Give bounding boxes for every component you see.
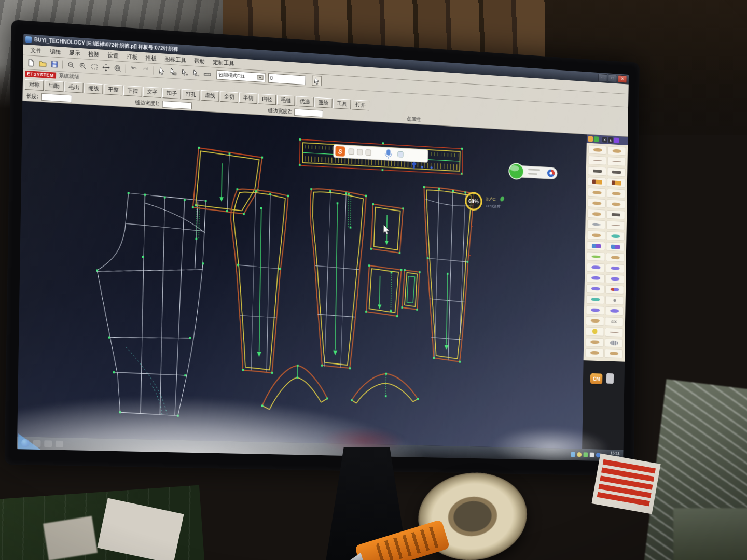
zoom-out-icon[interactable]: [66, 60, 76, 71]
smart-button[interactable]: 绷线: [84, 83, 103, 94]
select-cursor-icon[interactable]: [157, 65, 167, 76]
menu-item[interactable]: 图标工具: [160, 54, 190, 65]
palette-item[interactable]: [588, 199, 605, 208]
pattern-piece-front-leg-right[interactable]: [308, 188, 367, 370]
close-button[interactable]: ✕: [618, 75, 627, 83]
unit-badge[interactable]: CM: [590, 373, 603, 384]
palette-item[interactable]: [605, 349, 622, 358]
smart-button[interactable]: 扣子: [162, 88, 181, 99]
palette-item[interactable]: [606, 285, 624, 293]
palette-item[interactable]: [587, 263, 604, 271]
taskbar-app-button[interactable]: [44, 440, 52, 447]
menu-item[interactable]: 设置: [103, 50, 122, 60]
pick-tool-button[interactable]: [312, 76, 322, 87]
menu-item[interactable]: 显示: [65, 48, 84, 58]
point-add-icon[interactable]: [179, 67, 189, 78]
speed-ball-widget[interactable]: [509, 163, 557, 181]
pattern-piece-yoke[interactable]: [192, 147, 264, 216]
palette-item[interactable]: [586, 317, 604, 325]
palette-item[interactable]: [608, 146, 626, 155]
smart-button[interactable]: 重绘: [314, 97, 332, 108]
smart-button[interactable]: 下摆: [123, 86, 142, 97]
palette-item[interactable]: [605, 339, 623, 347]
pattern-piece-draft[interactable]: [94, 190, 207, 417]
save-icon[interactable]: [49, 59, 60, 69]
palette-item[interactable]: [587, 285, 604, 293]
smart-button[interactable]: 优选: [296, 96, 314, 107]
pan-icon[interactable]: [101, 62, 111, 73]
open-folder-icon[interactable]: [37, 58, 48, 68]
panel-purple-icon[interactable]: [614, 137, 619, 143]
menu-item[interactable]: 检测: [84, 49, 103, 59]
palette-item[interactable]: [587, 253, 605, 261]
palette-item[interactable]: [606, 264, 624, 272]
palette-item[interactable]: [607, 232, 625, 241]
menu-item[interactable]: 打板: [122, 52, 142, 62]
new-file-icon[interactable]: [25, 57, 36, 68]
palette-item[interactable]: [588, 156, 606, 165]
note-gadget-icon[interactable]: [606, 373, 614, 384]
palette-item[interactable]: [606, 296, 624, 304]
marquee-icon[interactable]: [89, 61, 100, 72]
menu-item[interactable]: 文件: [26, 46, 46, 55]
undo-icon[interactable]: [129, 64, 139, 75]
palette-item[interactable]: [588, 177, 606, 186]
palette-item[interactable]: [608, 157, 626, 166]
zoom-in-icon[interactable]: [77, 60, 88, 71]
seam2-input[interactable]: [295, 108, 324, 117]
minimize-button[interactable]: —: [598, 74, 607, 82]
palette-item[interactable]: [607, 189, 625, 198]
smart-button[interactable]: 辅助: [45, 80, 64, 92]
palette-item[interactable]: [586, 327, 604, 335]
palette-item[interactable]: [606, 253, 624, 261]
pattern-piece-back-leg[interactable]: [421, 186, 475, 363]
smart-button[interactable]: 文字: [143, 87, 162, 98]
palette-item[interactable]: [588, 209, 605, 218]
smart-button[interactable]: 虚线: [201, 90, 219, 102]
pattern-canvas[interactable]: S: [17, 101, 587, 449]
tray-optimizer-icon[interactable]: [577, 452, 582, 457]
menu-item[interactable]: 帮助: [190, 56, 209, 66]
palette-item[interactable]: [586, 306, 604, 314]
length-input[interactable]: [42, 93, 72, 102]
panel-grid-icon[interactable]: [594, 136, 599, 142]
cpu-temp-overlay[interactable]: 68% 33°C CPU温度: [466, 192, 505, 211]
palette-item[interactable]: [605, 306, 623, 315]
maximize-button[interactable]: □: [608, 74, 617, 82]
palette-item[interactable]: [587, 295, 604, 303]
smart-button[interactable]: 毛缝: [277, 95, 295, 106]
palette-item[interactable]: [586, 338, 603, 346]
offset-input[interactable]: 0: [268, 73, 306, 85]
palette-item[interactable]: [587, 242, 605, 250]
panel-close-icon[interactable]: ✕: [602, 137, 607, 143]
palette-item[interactable]: [607, 178, 625, 187]
point-edit-icon[interactable]: [168, 66, 178, 77]
pattern-piece-belt-loop[interactable]: [401, 269, 420, 311]
palette-item[interactable]: [606, 275, 624, 283]
palette-item[interactable]: [587, 274, 604, 282]
palette-item[interactable]: [607, 221, 625, 230]
palette-item[interactable]: [586, 349, 603, 357]
panel-cursor-icon[interactable]: ▲: [608, 137, 613, 143]
palette-item[interactable]: [589, 145, 606, 154]
smart-button[interactable]: 打孔: [182, 89, 200, 101]
taskbar-app-button[interactable]: [56, 440, 63, 447]
palette-item[interactable]: [607, 168, 625, 177]
point-move-icon[interactable]: [191, 68, 201, 79]
smart-button[interactable]: 半切: [239, 93, 257, 104]
palette-item[interactable]: [606, 243, 624, 251]
mode-dropdown[interactable]: 智能模式F11 ▼: [216, 69, 265, 82]
palette-item[interactable]: [588, 220, 605, 229]
palette-item[interactable]: [588, 167, 606, 176]
smart-button[interactable]: 平整: [104, 84, 122, 95]
pattern-piece-back-yoke-right[interactable]: [351, 372, 419, 405]
tray-security-icon[interactable]: [583, 452, 588, 457]
redo-icon[interactable]: [140, 64, 150, 75]
pattern-piece-pocket-bottom[interactable]: [365, 264, 402, 317]
menu-item[interactable]: 编辑: [46, 47, 65, 57]
palette-item[interactable]: [607, 211, 625, 219]
pattern-piece-back-yoke-left[interactable]: [261, 363, 329, 411]
palette-item[interactable]: [607, 200, 625, 208]
seam1-input[interactable]: [162, 101, 192, 109]
zoom-window-icon[interactable]: [112, 63, 122, 74]
